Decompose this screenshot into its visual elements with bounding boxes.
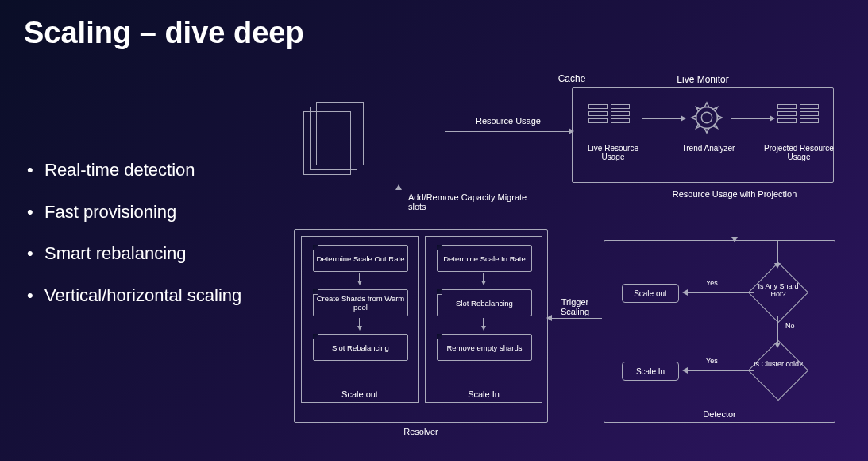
resolver-label: Resolver [295, 427, 547, 436]
scale-in-column: Scale In Determine Scale In Rate Slot Re… [425, 236, 542, 403]
live-usage-label: Live Resource Usage [577, 144, 649, 161]
document-icon [303, 111, 351, 175]
step-box: Remove empty shards [437, 334, 532, 361]
edge-label-resource-usage: Resource Usage [461, 116, 556, 126]
detector-label: Detector [604, 409, 835, 419]
cache-node: Cache [294, 87, 373, 183]
edge-label-no: No [785, 322, 795, 330]
step-box: Slot Rebalancing [437, 289, 532, 316]
arrow-head-icon [682, 289, 688, 296]
decision-hot-label: Is Any Shard Hot? [750, 282, 807, 298]
bullet-list: Real-time detection Fast provisioning Sm… [24, 159, 246, 326]
bullet-item: Fast provisioning [24, 201, 246, 224]
small-arrow-icon [357, 326, 362, 331]
edge-label-trigger: Trigger Scaling [551, 297, 599, 316]
live-monitor-node: Live Monitor Live Resource Usage Trend A… [572, 87, 834, 183]
scale-out-action: Scale out [622, 284, 679, 303]
projected-usage-label: Projected Resource Usage [763, 144, 835, 161]
decision-cold-label: Is Cluster cold? [750, 360, 807, 368]
arrow-line [731, 118, 771, 119]
resolver-node: Resolver Scale out Determine Scale Out R… [294, 229, 548, 423]
bullet-item: Vertical/horizontal scaling [24, 285, 246, 308]
server-stack-icon [588, 104, 636, 136]
step-box: Determine Scale Out Rate [313, 245, 408, 272]
server-stack-icon [777, 104, 825, 136]
edge-label-yes: Yes [706, 279, 718, 287]
arrow-head-icon [395, 184, 402, 190]
slide-title: Scaling – dive deep [24, 16, 304, 50]
arrow-head-icon [681, 115, 686, 122]
architecture-diagram: Cache Resource Usage Live Monitor Live R… [294, 87, 850, 453]
live-monitor-label: Live Monitor [573, 74, 833, 85]
arrow-line [445, 131, 570, 132]
arrow-head-icon [682, 367, 688, 374]
arrow-line [551, 318, 602, 319]
scale-in-action: Scale In [622, 362, 679, 381]
arrow-line [642, 118, 682, 119]
arrow-head-icon [770, 115, 775, 122]
edge-label-add-remove: Add/Remove Capacity Migrate slots [408, 192, 527, 211]
decision-diamond-cold [748, 340, 808, 401]
trend-analyzer-label: Trend Analyzer [673, 144, 744, 153]
arrow-line [687, 292, 754, 293]
small-arrow-icon [481, 326, 486, 331]
bullet-item: Smart rebalancing [24, 242, 246, 265]
step-box: Determine Scale In Rate [437, 245, 532, 272]
arrow-line [399, 188, 399, 228]
scale-out-col-label: Scale out [302, 389, 418, 399]
svg-point-1 [696, 107, 718, 129]
scale-in-col-label: Scale In [426, 389, 542, 399]
arrow-line [687, 370, 754, 371]
svg-point-0 [701, 112, 712, 122]
scale-out-column: Scale out Determine Scale Out Rate Creat… [301, 236, 419, 403]
edge-label-projection: Resource Usage with Projection [671, 189, 798, 199]
small-arrow-icon [481, 281, 486, 285]
small-arrow-icon [357, 281, 362, 285]
gear-icon [689, 99, 725, 136]
bullet-item: Real-time detection [24, 159, 246, 182]
step-box: Slot Rebalancing [313, 334, 408, 361]
edge-label-yes: Yes [706, 357, 718, 365]
step-box: Create Shards from Warm pool [313, 289, 408, 316]
detector-node: Detector Is Any Shard Hot? Yes Scale out… [604, 240, 835, 423]
